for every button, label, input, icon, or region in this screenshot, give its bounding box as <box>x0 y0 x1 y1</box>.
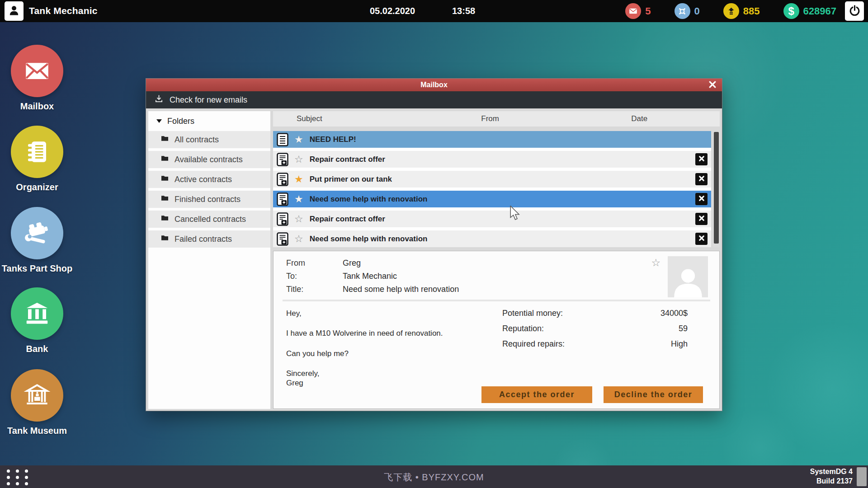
list-scrollbar[interactable] <box>713 131 720 247</box>
favorite-star-icon[interactable]: ☆ <box>651 257 660 268</box>
reputation-indicator[interactable]: 885 <box>723 3 760 19</box>
email-subject: NEED HELP! <box>310 135 356 144</box>
accept-order-button[interactable]: Accept the order <box>481 386 592 403</box>
desktop-icon-museum[interactable]: Tank Museum <box>0 369 75 436</box>
reputation-count: 885 <box>743 5 760 17</box>
money-count: 628967 <box>803 5 836 17</box>
folder-icon <box>160 194 169 205</box>
decline-order-button[interactable]: Decline the order <box>604 386 703 403</box>
star-icon[interactable] <box>294 155 303 164</box>
app-title: Tank Mechanic <box>29 5 98 16</box>
contract-add-icon <box>277 153 288 166</box>
window-content: Folders All contracts Available contract… <box>146 108 722 411</box>
folder-available-contracts[interactable]: Available contracts <box>148 151 270 168</box>
taskbar: 飞下载 • BYFZXY.COM SystemDG 4 Build 2137 <box>0 465 868 488</box>
topbar: Tank Mechanic 05.02.2020 13:58 5 0 885 6… <box>0 0 868 22</box>
stat-value: High <box>671 339 688 349</box>
folders-header[interactable]: Folders <box>148 111 270 131</box>
email-subject: Repair contract offer <box>310 215 385 224</box>
close-icon <box>708 80 717 90</box>
desktop-icon-mailbox[interactable]: Mailbox <box>0 45 75 112</box>
folder-label: Active contracts <box>175 175 232 184</box>
power-button[interactable] <box>845 1 864 21</box>
repairs-indicator[interactable]: 0 <box>675 3 700 19</box>
chevron-down-icon <box>156 119 162 123</box>
check-emails-label: Check for new emails <box>170 95 247 105</box>
power-icon <box>849 5 861 18</box>
delete-email-button[interactable] <box>695 193 708 205</box>
app-grid-icon[interactable] <box>7 469 28 485</box>
mail-count: 5 <box>645 5 651 17</box>
folder-icon <box>160 154 169 165</box>
body-line: Can you help me? <box>286 349 502 358</box>
star-icon[interactable] <box>294 174 303 184</box>
folder-active-contracts[interactable]: Active contracts <box>148 171 270 188</box>
sender-avatar <box>668 256 708 297</box>
stat-label: Reputation: <box>502 324 544 333</box>
repairs-count: 0 <box>694 5 700 17</box>
profile-button[interactable] <box>5 1 24 21</box>
email-row[interactable]: Repair contract offer <box>273 151 711 168</box>
delete-email-button[interactable] <box>695 233 708 245</box>
delete-email-button[interactable] <box>695 213 708 225</box>
close-button[interactable] <box>705 79 720 91</box>
folder-icon <box>160 174 169 185</box>
email-row[interactable]: NEED HELP! <box>273 131 711 148</box>
system-name: SystemDG 4 <box>810 467 853 477</box>
scrollbar-thumb[interactable] <box>714 132 719 244</box>
folder-label: Cancelled contracts <box>175 215 246 224</box>
email-row[interactable]: Put primer on our tank <box>273 171 711 188</box>
folders-panel: Folders All contracts Available contract… <box>148 111 270 409</box>
star-icon[interactable] <box>294 135 303 145</box>
desktop-label: Tank Museum <box>7 426 67 436</box>
window-toolbar: Check for new emails <box>146 91 722 108</box>
envelope-icon <box>625 3 641 19</box>
envelope-icon <box>11 45 63 97</box>
desktop-icon-parts-shop[interactable]: Tanks Part Shop <box>0 207 75 274</box>
email-subject: Need some help with renovation <box>310 235 428 244</box>
folder-finished-contracts[interactable]: Finished contracts <box>148 191 270 208</box>
email-row[interactable]: Need some help with renovation <box>273 230 711 247</box>
delete-email-button[interactable] <box>695 153 708 165</box>
folder-label: Failed contracts <box>175 235 232 244</box>
desktop-icon-organizer[interactable]: Organizer <box>0 126 75 192</box>
to-label: To: <box>286 272 343 281</box>
mailbox-window: Mailbox Check for new emails Folders All… <box>146 78 722 411</box>
organizer-icon <box>11 126 63 178</box>
body-line: Hey, <box>286 309 502 318</box>
window-titlebar[interactable]: Mailbox <box>146 79 722 91</box>
folder-cancelled-contracts[interactable]: Cancelled contracts <box>148 211 270 228</box>
email-body: Hey, I have a M10 Wolverine in need of r… <box>286 309 502 398</box>
delete-x-icon <box>698 195 705 203</box>
check-emails-button[interactable]: Check for new emails <box>154 94 247 106</box>
column-from[interactable]: From <box>481 114 499 123</box>
contract-add-icon <box>277 232 288 246</box>
download-icon <box>154 94 164 106</box>
money-indicator[interactable]: 628967 <box>783 3 836 19</box>
email-row[interactable]: Repair contract offer <box>273 211 711 227</box>
star-icon[interactable] <box>294 234 303 244</box>
desktop-label: Bank <box>26 344 48 354</box>
contract-add-icon <box>277 212 288 226</box>
folder-failed-contracts[interactable]: Failed contracts <box>148 230 270 248</box>
delete-x-icon <box>698 215 705 223</box>
bank-icon <box>11 287 63 340</box>
column-subject[interactable]: Subject <box>297 114 322 123</box>
delete-email-button[interactable] <box>695 173 708 185</box>
contract-add-icon <box>277 173 288 186</box>
email-subject: Need some help with renovation <box>310 195 428 204</box>
contract-add-icon <box>277 192 288 206</box>
date-display: 05.02.2020 <box>370 6 415 16</box>
desktop-label: Mailbox <box>20 101 54 112</box>
email-list: NEED HELP! Repair contract offer <box>273 131 720 247</box>
star-icon[interactable] <box>294 214 303 224</box>
build-number: Build 2137 <box>810 477 853 486</box>
folder-label: All contracts <box>175 135 219 145</box>
star-icon[interactable] <box>294 194 303 204</box>
mail-indicator[interactable]: 5 <box>625 3 651 19</box>
column-date[interactable]: Date <box>631 114 647 123</box>
folder-all-contracts[interactable]: All contracts <box>148 131 270 148</box>
email-row[interactable]: Need some help with renovation <box>273 191 711 207</box>
desktop-icon-bank[interactable]: Bank <box>0 287 75 354</box>
from-label: From <box>286 258 343 268</box>
